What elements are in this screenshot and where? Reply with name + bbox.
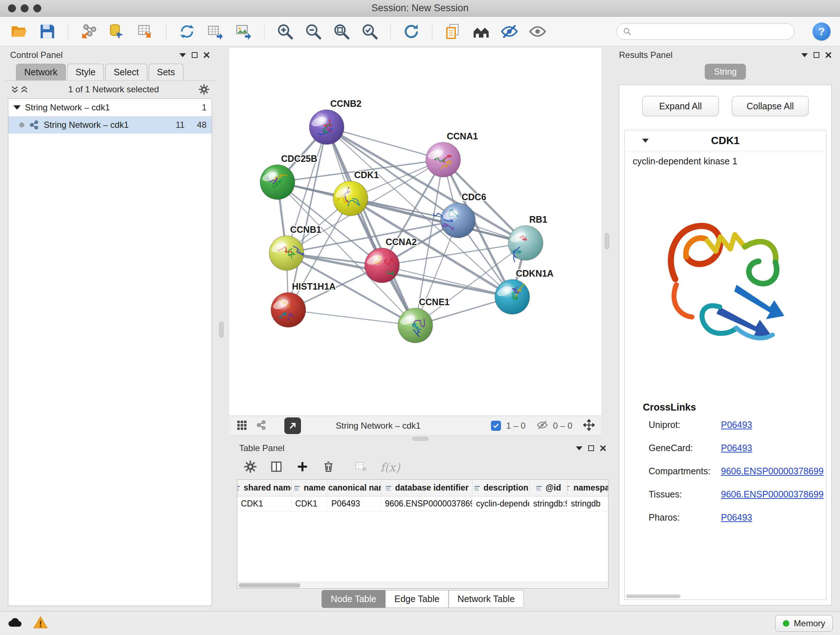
memory-button[interactable]: Memory [775, 615, 833, 632]
detach-view-button[interactable] [284, 417, 301, 434]
select-columns-icon[interactable] [270, 460, 283, 475]
network-canvas[interactable]: CCNB2CCNA1CDC25BCDK1CDC6RB1CCNB1CCNA2CDK… [229, 48, 601, 416]
open-session-button[interactable] [9, 22, 29, 41]
network-edge-HIST1H1A-CCNE1[interactable] [288, 310, 415, 325]
table-cell[interactable]: CDK1 [292, 496, 328, 511]
crosslink-link[interactable]: P06493 [721, 443, 752, 453]
column-header-namespac[interactable]: namespac [567, 480, 608, 496]
pan-crosshair-icon[interactable] [583, 419, 595, 432]
column-header-database-identifier[interactable]: database identifier [381, 480, 472, 496]
zoom-out-button[interactable] [303, 22, 323, 41]
grid-view-icon[interactable] [236, 419, 248, 432]
network-graph[interactable]: CCNB2CCNA1CDC25BCDK1CDC6RB1CCNB1CCNA2CDK… [229, 48, 601, 416]
hidden-eye-slash-icon[interactable] [537, 419, 548, 432]
import-network-file-button[interactable] [79, 22, 99, 41]
birdseye-view-button[interactable] [471, 22, 491, 41]
network-node-CDKN1A[interactable] [495, 279, 530, 314]
table-empty-area[interactable] [237, 511, 608, 582]
west-splitter-handle[interactable] [219, 321, 224, 337]
tree-expand-icon[interactable] [13, 105, 21, 110]
section-collapse-icon[interactable] [642, 139, 649, 143]
panel-collapse-icon[interactable] [180, 53, 186, 57]
panel-close-icon[interactable] [825, 52, 832, 58]
tab-sets[interactable]: Sets [149, 64, 183, 80]
column-header-name[interactable]: name [292, 480, 328, 496]
panel-collapse-icon[interactable] [576, 447, 583, 450]
tab-node-table[interactable]: Node Table [322, 590, 385, 608]
panel-float-icon[interactable] [192, 52, 197, 58]
crosslink-link[interactable]: 9606.ENSP00000378699 [721, 489, 824, 500]
collapse-all-icon[interactable] [10, 85, 19, 94]
tab-edge-table[interactable]: Edge Table [385, 590, 448, 608]
expand-all-button[interactable]: Expand All [642, 96, 719, 116]
function-builder-icon[interactable]: f(x) [380, 461, 400, 474]
column-header-shared-name[interactable]: shared name [237, 480, 292, 496]
tab-network[interactable]: Network [16, 64, 66, 80]
table-cell[interactable]: stringdb [567, 496, 608, 511]
table-row[interactable]: CDK1CDK1P064939606.ENSP00000378699cyclin… [237, 496, 608, 511]
network-node-CCNE1[interactable] [398, 308, 433, 343]
close-window-button[interactable] [8, 4, 16, 12]
column-header--id[interactable]: @id [530, 480, 567, 496]
network-node-CCNA2[interactable] [365, 248, 399, 283]
new-network-button[interactable] [177, 22, 197, 41]
help-button[interactable]: ? [813, 22, 831, 41]
network-collection-row[interactable]: String Network – cdk1 1 [8, 99, 212, 116]
column-header-canonical-name[interactable]: canonical name [328, 480, 381, 496]
crosslink-link[interactable]: P06493 [721, 420, 752, 430]
column-header-description[interactable]: description [472, 480, 530, 496]
table-cell[interactable]: cyclin-dependent ... [472, 496, 530, 511]
table-cell[interactable]: 9606.ENSP00000378699 [381, 496, 472, 511]
panel-float-icon[interactable] [813, 52, 819, 58]
save-session-button[interactable] [38, 22, 57, 41]
minimize-window-button[interactable] [21, 4, 28, 12]
east-splitter-handle[interactable] [605, 233, 609, 249]
table-cell[interactable]: stringdb:9... [530, 496, 567, 511]
network-row[interactable]: String Network – cdk1 11 48 [8, 116, 212, 134]
expand-all-icon[interactable] [19, 85, 29, 94]
import-network-database-button[interactable] [107, 22, 127, 41]
clone-network-button[interactable] [443, 22, 463, 41]
zoom-selected-button[interactable] [360, 22, 379, 41]
south-splitter-handle[interactable] [412, 437, 428, 440]
search-input[interactable] [636, 27, 788, 36]
tab-network-table[interactable]: Network Table [448, 590, 524, 608]
hide-selected-button[interactable] [500, 22, 519, 41]
gene-section-header[interactable]: CDK1 [625, 130, 826, 151]
crosslink-link[interactable]: P06493 [721, 512, 752, 523]
add-column-icon[interactable] [295, 460, 309, 475]
import-table-button[interactable] [136, 22, 155, 41]
collapse-all-button[interactable]: Collapse All [732, 96, 808, 116]
table-horizontal-scrollbar[interactable] [237, 582, 608, 588]
zoom-window-button[interactable] [33, 4, 41, 12]
tab-string[interactable]: String [705, 64, 746, 80]
network-node-HIST1H1A[interactable] [271, 293, 306, 327]
network-node-RB1[interactable] [508, 226, 543, 262]
table-settings-gear-icon[interactable] [243, 460, 257, 475]
network-node-CDK1[interactable] [333, 181, 368, 216]
scrollbar-thumb[interactable] [239, 583, 300, 587]
export-image-button[interactable] [234, 22, 253, 41]
tab-select[interactable]: Select [105, 64, 147, 80]
delete-column-icon[interactable] [322, 460, 335, 475]
refresh-view-button[interactable] [401, 22, 421, 41]
network-edge-CCNB2-CCNE1[interactable] [327, 127, 415, 325]
table-cell[interactable]: CDK1 [237, 496, 292, 511]
selected-checkbox-icon[interactable] [491, 421, 501, 431]
network-node-CCNA1[interactable] [426, 142, 461, 177]
show-all-button[interactable] [528, 22, 547, 41]
gear-icon[interactable] [198, 84, 210, 95]
export-table-button[interactable] [205, 22, 225, 41]
tab-style[interactable]: Style [67, 64, 104, 80]
results-scrollbar[interactable] [626, 594, 681, 598]
zoom-fit-button[interactable] [332, 22, 351, 41]
zoom-in-button[interactable] [275, 22, 295, 41]
network-node-CCNB1[interactable] [269, 236, 304, 271]
crosslink-link[interactable]: 9606.ENSP00000378699 [721, 466, 824, 477]
panel-close-icon[interactable] [600, 445, 606, 451]
network-share-icon[interactable] [256, 419, 267, 432]
table-cell[interactable]: P06493 [328, 496, 381, 511]
cloud-icon[interactable] [7, 615, 23, 632]
panel-float-icon[interactable] [588, 445, 594, 451]
panel-close-icon[interactable] [203, 52, 210, 58]
